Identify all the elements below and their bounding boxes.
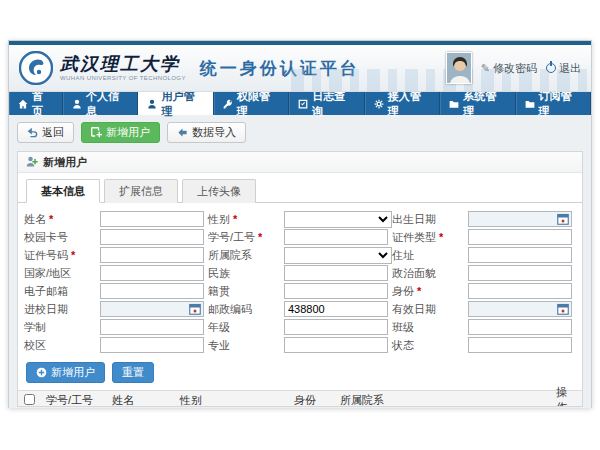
required-mark: * [258,233,262,241]
status-input[interactable] [468,337,572,353]
form-row: 电子邮箱 籍贯 身份* [24,283,576,299]
university-name-block: 武汉理工大学 WUHAN UNIVERSITY OF TECHNOLOGY [60,55,186,81]
data-import-button[interactable]: 数据导入 [167,122,246,143]
required-mark: * [49,215,53,223]
department-label: 所属院系 [208,248,252,263]
home-icon [18,99,28,109]
campus-card-input[interactable] [100,229,204,245]
calendar-icon[interactable] [557,213,569,225]
nav-item-permission-management[interactable]: 权限管理 [214,92,289,115]
student-id-input[interactable] [284,229,388,245]
submit-add-user-button[interactable]: 新增用户 [26,362,105,383]
email-input[interactable] [100,283,204,299]
column-actions: 操作 [556,385,576,407]
postal-code-input[interactable] [284,301,388,317]
identity-input[interactable] [468,283,572,299]
schooling-length-input[interactable] [100,319,204,335]
tabs: 基本信息 扩展信息 上传头像 [18,173,582,203]
gender-select[interactable] [284,211,392,228]
class-input[interactable] [468,319,572,335]
tab-upload-avatar[interactable]: 上传头像 [182,179,256,203]
calendar-icon[interactable] [557,303,569,315]
nav-label: 个人信息 [86,89,128,119]
name-input[interactable] [100,211,204,227]
required-mark: * [233,215,237,223]
power-icon [546,63,556,73]
id-number-input[interactable] [100,247,204,263]
form-row: 校区 专业 状态 [24,337,576,353]
campus-card-label: 校园卡号 [24,230,68,245]
postal-code-label: 邮政编码 [208,302,252,317]
logout-link[interactable]: 退出 [546,61,581,76]
department-select[interactable] [284,247,392,264]
add-user-toolbar-button[interactable]: 新增用户 [81,122,160,143]
folder-icon [525,99,535,109]
address-input[interactable] [468,247,572,263]
add-user-label: 新增用户 [106,125,150,140]
platform-title: 统一身份认证平台 [200,57,360,80]
nav-item-personal-info[interactable]: 个人信息 [63,92,138,115]
form-row: 姓名* 性别* 出生日期 [24,211,576,227]
schooling-length-label: 学制 [24,320,46,335]
nav-label: 权限管理 [237,89,279,119]
reset-label: 重置 [122,365,144,380]
header: 武汉理工大学 WUHAN UNIVERSITY OF TECHNOLOGY 统一… [9,45,591,92]
select-all-checkbox[interactable] [24,394,35,405]
person-icon [72,99,82,109]
country-input[interactable] [100,265,204,281]
native-place-input[interactable] [284,283,388,299]
back-button[interactable]: 返回 [17,122,74,143]
log-check-icon [298,99,308,109]
birth-date-label: 出生日期 [392,212,436,227]
nav-item-user-management[interactable]: 用户管理 [138,92,213,115]
form-row: 进校日期 邮政编码 有效日期 [24,301,576,317]
campus-input[interactable] [100,337,204,353]
column-student-id: 学号/工号 [46,393,112,408]
grade-input[interactable] [284,319,388,335]
user-avatar[interactable] [446,52,472,84]
nav-label: 首页 [32,89,53,119]
nav-item-access-management[interactable]: 接入管理 [365,92,440,115]
person-icon [147,99,157,109]
ethnicity-input[interactable] [284,265,388,281]
email-label: 电子邮箱 [24,284,68,299]
calendar-icon[interactable] [189,303,201,315]
campus-label: 校区 [24,338,46,353]
pencil-icon: ✎ [481,62,490,75]
logout-label: 退出 [559,61,581,76]
change-password-link[interactable]: ✎ 修改密码 [481,61,537,76]
gear-icon [374,99,384,109]
university-name-cn: 武汉理工大学 [60,55,186,73]
nav-item-system-management[interactable]: 系统管理 [440,92,515,115]
id-type-input[interactable] [468,229,572,245]
form-row: 国家/地区 民族 政治面貌 [24,265,576,281]
submit-add-user-label: 新增用户 [51,365,95,380]
panel-title: 新增用户 [43,155,87,170]
political-status-input[interactable] [468,265,572,281]
major-input[interactable] [284,337,388,353]
nav-label: 用户管理 [161,89,203,119]
tab-extended-info[interactable]: 扩展信息 [104,179,178,203]
valid-date-label: 有效日期 [392,302,436,317]
native-place-label: 籍贯 [208,284,230,299]
address-label: 住址 [392,248,414,263]
add-user-panel: 新增用户 基本信息 扩展信息 上传头像 姓名* 性别* 出生日期 校园卡号 学号… [17,151,583,407]
reset-button[interactable]: 重置 [112,362,154,383]
column-gender: 性别 [180,393,294,408]
nav-item-subscription-management[interactable]: 订阅管理 [516,92,591,115]
nav-item-log-query[interactable]: 日志查询 [289,92,364,115]
key-icon [223,99,233,109]
university-name-en: WUHAN UNIVERSITY OF TECHNOLOGY [60,75,186,81]
column-department: 所属院系 [340,393,556,408]
tab-basic-info[interactable]: 基本信息 [26,179,100,203]
grade-label: 年级 [208,320,230,335]
basic-info-form: 姓名* 性别* 出生日期 校园卡号 学号/工号* 证件类型* 证件号码* 所属院… [18,203,582,359]
name-label: 姓名 [24,212,46,227]
back-arrow-icon [27,127,38,138]
country-label: 国家/地区 [24,266,71,281]
content-area: 返回 新增用户 数据导入 新增用户 基本信息 扩展信息 上传头像 [9,115,591,408]
university-logo [19,51,53,85]
gender-label: 性别 [208,212,230,227]
nav-item-home[interactable]: 首页 [9,92,63,115]
plus-circle-icon [36,367,47,378]
